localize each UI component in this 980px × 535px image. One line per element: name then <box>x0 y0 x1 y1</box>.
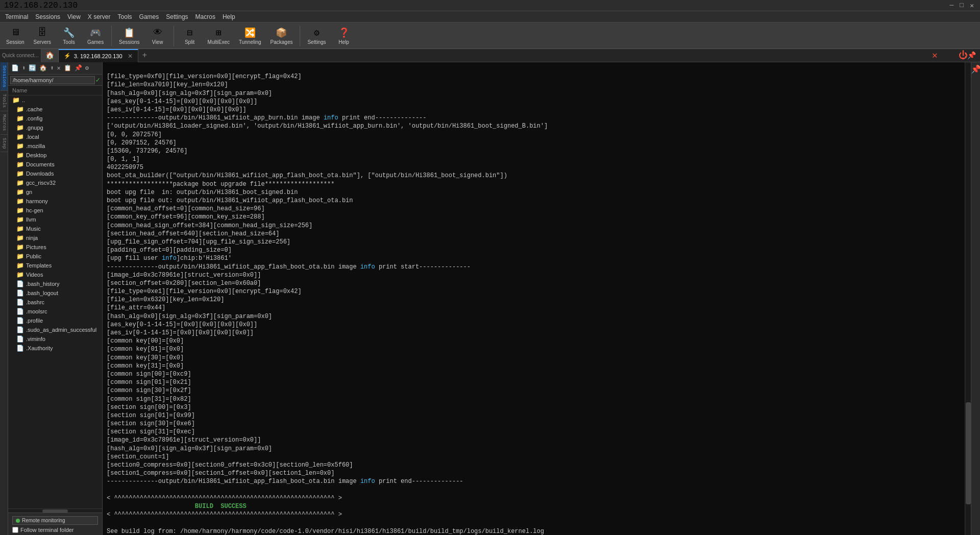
tree-item-config[interactable]: 📁 .config <box>8 114 102 123</box>
toolbar-games[interactable]: 🎮 Games <box>83 26 108 46</box>
title-text: 192.168.220.130 <box>4 1 78 10</box>
tree-item-gcc[interactable]: 📁 gcc_riscv32 <box>8 178 102 187</box>
tree-item-documents[interactable]: 📁 Documents <box>8 160 102 169</box>
gcc-folder-icon: 📁 <box>16 179 24 186</box>
file-home-button[interactable]: 🏠 <box>38 64 48 72</box>
tab-active[interactable]: ⚡ 3. 192.168.220.130 ✕ <box>59 49 138 62</box>
minimize-button[interactable]: ─ <box>948 2 956 10</box>
tree-item-music[interactable]: 📁 Music <box>8 224 102 233</box>
menu-games[interactable]: Games <box>136 12 162 21</box>
tree-item-local[interactable]: 📁 .local <box>8 132 102 141</box>
menu-xserver[interactable]: X server <box>85 12 114 21</box>
toolbar-sessions[interactable]: 📋 Sessions <box>115 26 144 46</box>
menu-settings[interactable]: Settings <box>163 12 191 21</box>
tab-home[interactable]: 🏠 <box>41 49 59 62</box>
maximize-button[interactable]: □ <box>958 2 966 10</box>
menu-tools[interactable]: Tools <box>115 12 135 21</box>
xserver-icon: ✕ <box>928 49 941 61</box>
tree-item-downloads[interactable]: 📁 Downloads <box>8 169 102 178</box>
settings-icon: ⚙ <box>311 27 323 39</box>
file-panel: 📄 ⬆ 🔄 🏠 ⬆ ✕ 📋 📌 ⚙ ✓ Name 📁 .. 📁 <box>8 62 103 535</box>
file-paste-button[interactable]: 📌 <box>74 64 83 72</box>
tree-item-bash-history[interactable]: 📄 .bash_history <box>8 279 102 288</box>
tree-item-mozilla[interactable]: 📁 .mozilla <box>8 141 102 151</box>
toolbar-settings[interactable]: ⚙ Settings <box>303 26 330 46</box>
documents-folder-icon: 📁 <box>16 161 24 168</box>
menu-view[interactable]: View <box>64 12 84 21</box>
bash-history-icon: 📄 <box>16 280 24 287</box>
menu-help[interactable]: Help <box>219 12 238 21</box>
tree-item-moolsrc[interactable]: 📄 .moolsrc <box>8 307 102 316</box>
tree-item-desktop[interactable]: 📁 Desktop <box>8 151 102 160</box>
toolbar-sep2 <box>174 26 174 46</box>
tree-item-harmony[interactable]: 📁 harmony <box>8 197 102 206</box>
multiexec-icon: ⊞ <box>212 27 225 39</box>
tree-item-viminfo[interactable]: 📄 .viminfo <box>8 334 102 344</box>
tree-item-parent[interactable]: 📁 .. <box>8 95 102 105</box>
file-delete-button[interactable]: ✕ <box>56 64 61 72</box>
tree-item-profile[interactable]: 📄 .profile <box>8 316 102 325</box>
term-scrollbar[interactable] <box>965 62 971 535</box>
tree-item-cache[interactable]: 📁 .cache <box>8 105 102 114</box>
path-input[interactable] <box>10 76 95 84</box>
tree-item-templates[interactable]: 📁 Templates <box>8 261 102 270</box>
tab-close-button[interactable]: ✕ <box>128 53 133 60</box>
tree-item-sudo[interactable]: 📄 .sudo_as_admin_successful <box>8 325 102 334</box>
file-upload-button[interactable]: ⬆ <box>21 64 27 72</box>
gn-folder-icon: 📁 <box>16 188 24 196</box>
servers-icon: 🗄 <box>36 27 48 39</box>
sudo-icon: 📄 <box>16 326 24 333</box>
file-new-button[interactable]: 📄 <box>10 64 20 72</box>
packages-icon: 📦 <box>275 27 287 39</box>
menu-sessions[interactable]: Sessions <box>32 12 63 21</box>
remote-monitoring-button[interactable]: Remote monitoring <box>12 516 98 525</box>
tree-item-videos[interactable]: 📁 Videos <box>8 270 102 279</box>
tree-item-gnupg[interactable]: 📁 .gnupg <box>8 123 102 132</box>
toolbar-tools[interactable]: 🔧 Tools <box>56 26 82 46</box>
toolbar-split[interactable]: ⊟ Split <box>177 26 203 46</box>
harmony-folder-icon: 📁 <box>16 198 24 205</box>
right-panel-icon[interactable]: 📌 <box>971 62 981 77</box>
toolbar-packages[interactable]: 📦 Packages <box>266 26 297 46</box>
terminal-output[interactable]: [file_type=0xf0][file_version=0x0][encry… <box>103 62 965 535</box>
toolbar-help[interactable]: ❓ Help <box>331 26 357 46</box>
file-panel-hscroll[interactable] <box>8 508 102 513</box>
sidebar-tools-tab[interactable]: Tools <box>1 91 8 111</box>
tree-item-gn[interactable]: 📁 gn <box>8 187 102 197</box>
file-refresh-button[interactable]: 🔄 <box>28 64 37 72</box>
menu-terminal[interactable]: Terminal <box>2 12 31 21</box>
tree-item-bashrc[interactable]: 📄 .bashrc <box>8 298 102 307</box>
menu-macros[interactable]: Macros <box>192 12 218 21</box>
path-bar: ✓ <box>8 75 102 86</box>
sidebar-step-tab[interactable]: Step <box>1 135 8 153</box>
sidebar-macros-tab[interactable]: Macros <box>1 111 8 134</box>
toolbar-tunneling[interactable]: 🔀 Tunneling <box>235 26 265 46</box>
tree-item-xauthority[interactable]: 📄 .Xauthority <box>8 344 102 353</box>
view-icon: 👁 <box>152 27 164 39</box>
file-tree[interactable]: 📁 .. 📁 .cache 📁 .config 📁 .gnupg 📁 .loca… <box>8 95 102 508</box>
tree-item-hcgen[interactable]: 📁 hc-gen <box>8 206 102 215</box>
toolbar-servers[interactable]: 🗄 Servers <box>30 26 55 46</box>
public-folder-icon: 📁 <box>16 253 24 260</box>
tree-item-ninja[interactable]: 📁 ninja <box>8 233 102 242</box>
tab-connection-icon: ⚡ <box>64 53 71 59</box>
file-parent-button[interactable]: ⬆ <box>49 64 55 72</box>
toolbar-session[interactable]: 🖥 Session <box>2 26 29 46</box>
mozilla-folder-icon: 📁 <box>16 142 24 150</box>
hcgen-folder-icon: 📁 <box>16 207 24 214</box>
templates-folder-icon: 📁 <box>16 262 24 269</box>
path-ok-button[interactable]: ✓ <box>96 76 100 84</box>
close-button[interactable]: ✕ <box>968 2 976 10</box>
sidebar-sessions-tab[interactable]: Sessions <box>1 62 8 91</box>
file-settings-button[interactable]: ⚙ <box>84 64 90 72</box>
tree-item-public[interactable]: 📁 Public <box>8 252 102 261</box>
file-copy-button[interactable]: 📋 <box>63 64 72 72</box>
toolbar-multiexec[interactable]: ⊞ MultiExec <box>204 26 234 46</box>
tree-item-bash-logout[interactable]: 📄 .bash_logout <box>8 288 102 298</box>
tree-item-llvm[interactable]: 📁 llvm <box>8 215 102 224</box>
tree-item-pictures[interactable]: 📁 Pictures <box>8 242 102 252</box>
bashrc-icon: 📄 <box>16 299 24 306</box>
toolbar-view[interactable]: 👁 View <box>145 26 170 46</box>
new-tab-button[interactable]: + <box>138 51 152 60</box>
follow-checkbox-input[interactable] <box>12 527 18 533</box>
